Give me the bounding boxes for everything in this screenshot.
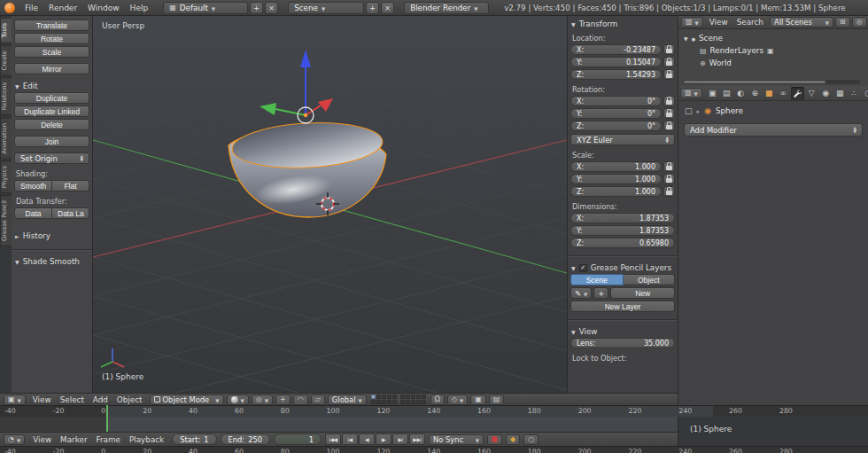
timeline-menu-item[interactable]: Marker bbox=[56, 435, 91, 444]
scale-z-field[interactable]: Z: 1.000 bbox=[570, 186, 662, 197]
set-origin-dropdown[interactable]: Set Origin bbox=[14, 152, 89, 164]
outliner-menu-item[interactable]: View bbox=[705, 18, 732, 27]
dimensions-z-field[interactable]: Z: 0.65980 bbox=[570, 238, 675, 248]
manipulator-rotate-toggle[interactable]: ◠ bbox=[293, 394, 308, 405]
secondary-viewport-fragment[interactable]: (1) Sphere bbox=[678, 417, 868, 446]
mirror-button[interactable]: Mirror bbox=[14, 63, 89, 74]
keying-options-button[interactable]: ○ bbox=[523, 434, 539, 445]
tab-render-layers-icon[interactable] bbox=[720, 87, 733, 100]
tool-shelf-tab[interactable]: Physics bbox=[0, 160, 12, 193]
tab-scene-icon[interactable] bbox=[734, 87, 748, 100]
main-menu-item[interactable]: Render bbox=[43, 3, 82, 13]
lens-field[interactable]: Lens: 35.000 bbox=[570, 338, 675, 348]
editor-type-button[interactable]: ▥ bbox=[681, 17, 703, 27]
render-toggle-icon[interactable] bbox=[767, 46, 774, 55]
smooth-button[interactable]: Smooth bbox=[14, 180, 52, 191]
redo-panel-header[interactable]: Shade Smooth bbox=[14, 255, 89, 268]
playback-button[interactable]: |◀◀ bbox=[325, 433, 341, 445]
playback-button[interactable]: ▶ bbox=[376, 433, 391, 445]
outliner-display-dropdown[interactable]: All Scenes bbox=[770, 17, 833, 27]
scale-x-field[interactable]: X: 1.000 bbox=[570, 161, 662, 172]
mode-dropdown[interactable]: Object Mode bbox=[150, 394, 224, 405]
tab-particles-icon[interactable] bbox=[848, 87, 861, 100]
gp-draw-button[interactable]: ✎ bbox=[570, 287, 592, 299]
main-menu-item[interactable]: Help bbox=[125, 3, 154, 13]
second-timeline-ruler[interactable]: -40-200204060801001201401601802002202402… bbox=[0, 446, 868, 453]
timeline-menu-item[interactable]: View bbox=[28, 435, 56, 444]
gp-object-toggle[interactable]: Object bbox=[624, 274, 676, 285]
opengl-render-anim-button[interactable]: ▤ bbox=[489, 394, 505, 405]
timeline-menu-item[interactable]: Frame bbox=[92, 435, 125, 444]
manipulator-translate-toggle[interactable]: + bbox=[275, 394, 291, 405]
lock-scale-y-button[interactable] bbox=[663, 174, 675, 184]
layout-dropdown[interactable]: ▦ Default bbox=[163, 2, 248, 14]
tab-physics-icon[interactable] bbox=[862, 87, 868, 100]
sync-dropdown[interactable]: No Sync bbox=[429, 434, 484, 445]
dimensions-y-field[interactable]: Y: 1.87353 bbox=[570, 225, 675, 236]
viewport[interactable]: User Persp (1) Sphere bbox=[93, 16, 567, 393]
data-button[interactable]: Data bbox=[14, 207, 52, 219]
timeline-ruler[interactable]: -40-200204060801001201401601802002202402… bbox=[0, 405, 868, 417]
tree-row-world[interactable]: World bbox=[678, 57, 868, 69]
scrollbar-thumb[interactable] bbox=[684, 81, 825, 83]
rotation-z-field[interactable]: Z: 0° bbox=[570, 121, 662, 131]
start-frame-field[interactable]: Start: 1 bbox=[172, 433, 216, 445]
timeline-track[interactable] bbox=[0, 417, 678, 432]
editor-type-button[interactable]: ◔ bbox=[4, 434, 25, 445]
translate-button[interactable]: Translate bbox=[14, 20, 89, 31]
playback-button[interactable]: ▶▶| bbox=[409, 433, 425, 445]
tree-row-scene[interactable]: Scene bbox=[678, 32, 868, 44]
scale-button[interactable]: Scale bbox=[14, 46, 89, 58]
gp-add-button[interactable]: + bbox=[593, 287, 608, 299]
add-scene-button[interactable]: + bbox=[366, 2, 379, 14]
record-button[interactable] bbox=[487, 434, 502, 445]
grease-pencil-panel-header[interactable]: Grease Pencil Layers bbox=[570, 262, 675, 274]
data-layout-button[interactable]: Data La bbox=[52, 207, 89, 219]
snap-element-dropdown[interactable]: ◇ bbox=[447, 394, 468, 405]
expand-icon[interactable] bbox=[684, 34, 688, 43]
current-frame-indicator[interactable] bbox=[106, 405, 108, 432]
tab-render-icon[interactable] bbox=[706, 87, 719, 100]
location-x-field[interactable]: X: -0.23487 bbox=[570, 44, 662, 55]
lock-rotation-z-button[interactable] bbox=[663, 121, 675, 131]
tab-modifiers-icon[interactable] bbox=[791, 87, 804, 100]
tab-object-icon[interactable] bbox=[763, 87, 776, 100]
tab-constraints-icon[interactable] bbox=[777, 87, 790, 100]
duplicate-linked-button[interactable]: Duplicate Linked bbox=[14, 105, 89, 117]
lock-location-x-button[interactable] bbox=[663, 44, 675, 55]
timeline-menu-item[interactable]: Playback bbox=[125, 435, 168, 444]
delete-button[interactable]: Delete bbox=[14, 119, 89, 130]
tab-data-icon[interactable] bbox=[805, 87, 818, 100]
lock-scale-x-button[interactable] bbox=[663, 161, 675, 172]
add-modifier-dropdown[interactable]: Add Modifier bbox=[684, 123, 863, 137]
lock-rotation-y-button[interactable] bbox=[663, 108, 675, 119]
gp-new-button[interactable]: New bbox=[610, 287, 675, 299]
dimensions-x-field[interactable]: X: 1.87353 bbox=[570, 213, 675, 223]
blender-logo-icon[interactable] bbox=[4, 3, 15, 13]
tool-shelf-tab[interactable]: Grease Pencil bbox=[0, 195, 12, 246]
outliner-menu-item[interactable]: Search bbox=[732, 18, 768, 27]
tab-world-icon[interactable] bbox=[748, 87, 762, 100]
main-menu-item[interactable]: File bbox=[19, 3, 43, 13]
rotate-button[interactable]: Rotate bbox=[14, 33, 89, 44]
rotation-x-field[interactable]: X: 0° bbox=[570, 96, 662, 106]
delete-layout-button[interactable]: × bbox=[265, 2, 278, 14]
lock-rotation-x-button[interactable] bbox=[663, 96, 675, 106]
main-menu-item[interactable]: Window bbox=[82, 3, 125, 13]
add-layout-button[interactable]: + bbox=[250, 2, 263, 14]
lock-location-z-button[interactable] bbox=[663, 69, 675, 80]
transform-panel-header[interactable]: Transform bbox=[570, 18, 675, 30]
tab-material-icon[interactable] bbox=[819, 87, 833, 100]
grease-pencil-checkbox[interactable] bbox=[579, 264, 587, 272]
join-button[interactable]: Join bbox=[14, 136, 89, 147]
pivot-dropdown[interactable]: ◎ bbox=[252, 394, 273, 405]
manipulator-scale-toggle[interactable]: ▱ bbox=[311, 394, 325, 405]
rotation-mode-dropdown[interactable]: XYZ Euler bbox=[570, 134, 675, 145]
snap-toggle-button[interactable]: Ω bbox=[430, 394, 445, 405]
viewport-shading-dropdown[interactable] bbox=[227, 394, 249, 405]
viewport-menu-item[interactable]: Add bbox=[89, 395, 112, 404]
viewport-menu-item[interactable]: Object bbox=[112, 395, 147, 404]
tool-shelf-tab[interactable]: Relations bbox=[0, 77, 12, 115]
playback-button[interactable]: |◀ bbox=[342, 433, 358, 445]
duplicate-button[interactable]: Duplicate bbox=[14, 92, 89, 104]
